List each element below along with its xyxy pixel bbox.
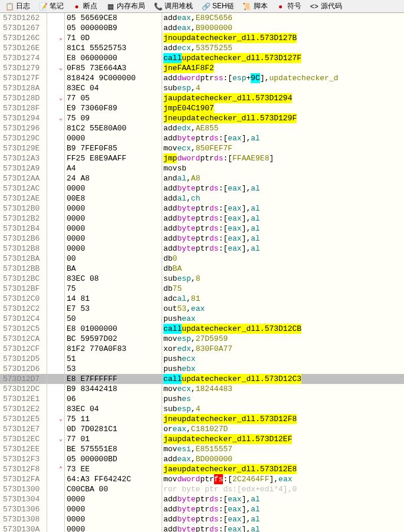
bytes-cell[interactable]: 50 — [65, 314, 162, 324]
address-cell[interactable]: 573D126E — [0, 43, 47, 53]
bytes-cell[interactable]: 81F2 770A0F83 — [65, 344, 162, 354]
tab-seh[interactable]: 🔗SEH链 — [198, 0, 238, 12]
tab-notes[interactable]: 📝笔记 — [35, 0, 67, 12]
bytes-cell[interactable]: 75 11 — [65, 414, 162, 424]
gutter-cell[interactable] — [47, 494, 64, 504]
address-cell[interactable]: 573D12FA — [0, 474, 47, 484]
asm-cell[interactable]: add al,ch — [162, 193, 404, 203]
bytes-cell[interactable]: 05 000000BD — [65, 454, 162, 464]
address-cell[interactable]: 573D12AA — [0, 173, 47, 183]
bytes-cell[interactable]: 0D 7D0281C1 — [65, 424, 162, 434]
asm-cell[interactable]: mov ecx,850FEF7F — [162, 143, 404, 153]
asm-cell[interactable]: xor edx,830F0A77 — [162, 344, 404, 354]
address-cell[interactable]: 573D130A — [0, 524, 47, 532]
gutter-cell[interactable] — [47, 254, 64, 264]
address-cell[interactable]: 573D128D — [0, 93, 47, 103]
address-cell[interactable]: 573D12E7 — [0, 424, 47, 434]
asm-cell[interactable]: movsb — [162, 163, 404, 173]
gutter-cell[interactable] — [47, 504, 64, 514]
bytes-cell[interactable]: 0000 — [65, 524, 162, 532]
address-cell[interactable]: 573D1304 — [0, 494, 47, 504]
bytes-cell[interactable]: 81C2 55E80A00 — [65, 123, 162, 133]
gutter-cell[interactable] — [47, 354, 64, 364]
gutter-cell[interactable] — [47, 334, 64, 344]
address-cell[interactable]: 573D12BC — [0, 274, 47, 284]
gutter-cell[interactable]: ⌄ — [47, 434, 64, 444]
bytes-cell[interactable]: 0000 — [65, 504, 162, 514]
gutter-cell[interactable] — [47, 73, 64, 83]
address-cell[interactable]: 573D12EC — [0, 434, 47, 444]
address-cell[interactable]: 573D12E2 — [0, 404, 47, 414]
gutter-cell[interactable] — [47, 143, 64, 153]
address-cell[interactable]: 573D12EE — [0, 444, 47, 454]
asm-cell[interactable]: ror byte ptr ds:[edx+edi*4],0 — [162, 484, 404, 494]
asm-cell[interactable]: push eax — [162, 314, 404, 324]
asm-cell[interactable]: jne updatechecker_dll.573D129F — [162, 113, 404, 123]
bytes-cell[interactable]: C00CBA 00 — [65, 484, 162, 494]
asm-cell[interactable]: mov esi,E8515557 — [162, 444, 404, 454]
address-cell[interactable]: 573D126C — [0, 33, 47, 43]
asm-cell[interactable]: add byte ptr ds:[eax],al — [162, 133, 404, 143]
gutter-cell[interactable] — [47, 173, 64, 183]
gutter-cell[interactable] — [47, 193, 64, 203]
gutter-cell[interactable] — [47, 444, 64, 454]
address-cell[interactable]: 573D1294 — [0, 113, 47, 123]
tab-source[interactable]: <>源代码 — [306, 0, 346, 12]
gutter-cell[interactable] — [47, 274, 64, 284]
address-cell[interactable]: 573D12BB — [0, 264, 47, 274]
bytes-cell[interactable]: BE 575551E8 — [65, 444, 162, 454]
bytes-cell[interactable]: 0000 — [65, 133, 162, 143]
gutter-cell[interactable] — [47, 234, 64, 244]
address-cell[interactable]: 573D1300 — [0, 484, 47, 494]
asm-cell[interactable]: jno updatechecker_dll.573D127B — [162, 33, 404, 43]
tab-log[interactable]: 📋日志 — [1, 0, 34, 12]
gutter-cell[interactable] — [47, 214, 64, 224]
asm-cell[interactable]: push es — [162, 394, 404, 404]
address-cell[interactable]: 573D12BA — [0, 254, 47, 264]
asm-cell[interactable]: add byte ptr ds:[eax],al — [162, 234, 404, 244]
bytes-cell[interactable]: 06 — [65, 394, 162, 404]
address-cell[interactable]: 573D12E1 — [0, 394, 47, 404]
gutter-cell[interactable] — [47, 384, 64, 394]
asm-cell[interactable]: add eax,B9000000 — [162, 23, 404, 33]
gutter-cell[interactable] — [47, 53, 64, 63]
asm-cell[interactable]: add byte ptr ds:[eax],al — [162, 524, 404, 532]
bytes-cell[interactable]: 53 — [65, 364, 162, 374]
bytes-cell[interactable]: 0000 — [65, 244, 162, 254]
asm-cell[interactable]: add eax,BD000000 — [162, 454, 404, 464]
gutter-cell[interactable]: ⌄ — [47, 33, 64, 43]
asm-cell[interactable]: add eax,E89C5656 — [162, 13, 404, 23]
asm-cell[interactable]: or eax,C181027D — [162, 424, 404, 434]
address-cell[interactable]: 573D12DC — [0, 384, 47, 394]
asm-cell[interactable]: add byte ptr ds:[eax],al — [162, 203, 404, 214]
asm-cell[interactable]: sub esp,4 — [162, 404, 404, 414]
asm-cell[interactable]: ja updatechecker_dll.573D12EF — [162, 434, 404, 444]
bytes-cell[interactable]: 0000 — [65, 183, 162, 193]
bytes-cell[interactable]: E8 01000000 — [65, 324, 162, 334]
bytes-cell[interactable]: 0000 — [65, 214, 162, 224]
address-cell[interactable]: 573D12C2 — [0, 304, 47, 314]
address-cell[interactable]: 573D1308 — [0, 514, 47, 524]
asm-cell[interactable]: add byte ptr ds:[eax],al — [162, 494, 404, 504]
address-cell[interactable]: 573D12D6 — [0, 364, 47, 374]
bytes-cell[interactable]: BA — [65, 264, 162, 274]
gutter-cell[interactable] — [47, 13, 64, 23]
address-cell[interactable]: 573D12F8 — [0, 464, 47, 474]
address-cell[interactable]: 573D1262 — [0, 13, 47, 23]
asm-cell[interactable]: add byte ptr ds:[eax],al — [162, 224, 404, 234]
bytes-cell[interactable]: 81C1 55525753 — [65, 43, 162, 53]
gutter-cell[interactable] — [47, 524, 64, 532]
gutter-cell[interactable]: ⌃ — [47, 464, 64, 474]
asm-cell[interactable]: db 75 — [162, 284, 404, 294]
gutter-cell[interactable] — [47, 304, 64, 314]
gutter-cell[interactable] — [47, 163, 64, 173]
address-cell[interactable]: 573D1267 — [0, 23, 47, 33]
address-cell[interactable]: 573D12C5 — [0, 324, 47, 334]
gutter-cell[interactable] — [47, 83, 64, 93]
asm-cell[interactable]: jae updatechecker_dll.573D12E8 — [162, 464, 404, 474]
gutter-cell[interactable] — [47, 153, 64, 163]
address-cell[interactable]: 573D127F — [0, 73, 47, 83]
gutter-cell[interactable] — [47, 244, 64, 254]
tab-memory[interactable]: ▦内存布局 — [102, 0, 149, 12]
bytes-cell[interactable]: 77 01 — [65, 434, 162, 444]
